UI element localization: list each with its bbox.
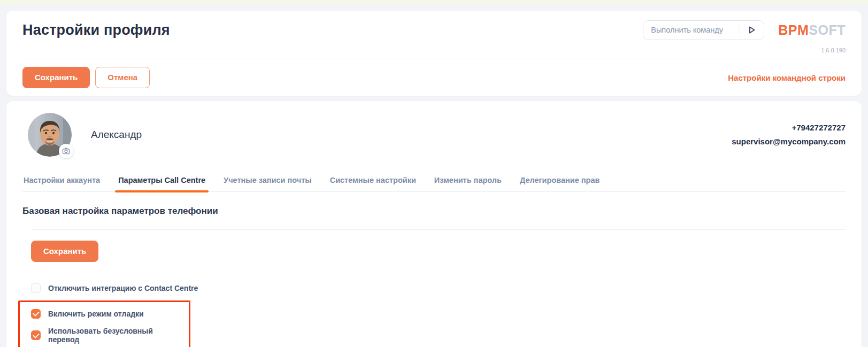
tab-call-centre-params[interactable]: Параметры Call Centre <box>117 173 206 191</box>
telephony-controls: Сохранить Отключить интеграцию с Contact… <box>31 229 846 347</box>
version-label: 1.6.0.190 <box>821 47 846 53</box>
command-line-settings-link[interactable]: Настройки командной строки <box>728 73 846 82</box>
run-command-button[interactable] <box>740 21 764 40</box>
command-bar <box>643 20 764 40</box>
tab-system-settings[interactable]: Системные настройки <box>329 173 417 191</box>
profile-name: Александр <box>91 129 142 141</box>
profile-tabs: Настройки аккаунтаПараметры Call CentreУ… <box>22 173 846 192</box>
profile-card: Александр +79427272727 supervisor@mycomp… <box>6 101 862 347</box>
header-card: Настройки профиля BPMSOFT 1.6.0.190 <box>6 11 862 96</box>
avatar <box>28 113 72 157</box>
bpmsoft-logo: BPMSOFT <box>778 22 846 38</box>
tab-mail-accounts[interactable]: Учетные записи почты <box>222 173 313 191</box>
play-icon <box>747 25 757 35</box>
logo-part-soft: SOFT <box>809 22 846 37</box>
change-photo-button[interactable] <box>59 144 73 158</box>
section-divider <box>31 229 846 230</box>
section-save-button[interactable]: Сохранить <box>31 241 98 262</box>
save-button[interactable]: Сохранить <box>22 67 90 88</box>
highlight-annotation-box: Включить режим отладки Использовать безу… <box>18 300 190 347</box>
checkbox-list: Отключить интеграцию с Contact Centre Вк… <box>31 280 846 347</box>
checkbox[interactable] <box>31 309 41 319</box>
checkbox-row: Включить режим отладки <box>31 306 183 321</box>
cancel-button[interactable]: Отмена <box>95 67 150 88</box>
checkbox[interactable] <box>31 283 41 293</box>
logo-part-bpm: BPM <box>778 22 809 37</box>
tab-change-password[interactable]: Изменить пароль <box>433 173 503 191</box>
browser-top-strip <box>0 0 868 4</box>
profile-email: supervisor@mycompany.com <box>732 135 846 149</box>
checkbox-row: Использовать безусловный перевод <box>31 327 183 344</box>
checkbox[interactable] <box>31 330 41 340</box>
profile-phone: +79427272727 <box>732 121 846 135</box>
tab-account-settings[interactable]: Настройки аккаунта <box>22 173 101 191</box>
section-heading: Базовая настройка параметров телефонии <box>22 206 846 217</box>
checkbox-label: Отключить интеграцию с Contact Centre <box>48 284 198 292</box>
camera-icon <box>62 147 70 155</box>
checkbox-label: Использовать безусловный перевод <box>48 327 183 344</box>
page-title: Настройки профиля <box>22 22 170 38</box>
command-input[interactable] <box>643 21 740 40</box>
tab-rights-delegation[interactable]: Делегирование прав <box>519 173 601 191</box>
plain-checkbox-rows: Отключить интеграцию с Contact Centre <box>31 280 846 296</box>
checkbox-row: Отключить интеграцию с Contact Centre <box>31 280 846 296</box>
checkbox-label: Включить режим отладки <box>48 310 144 318</box>
